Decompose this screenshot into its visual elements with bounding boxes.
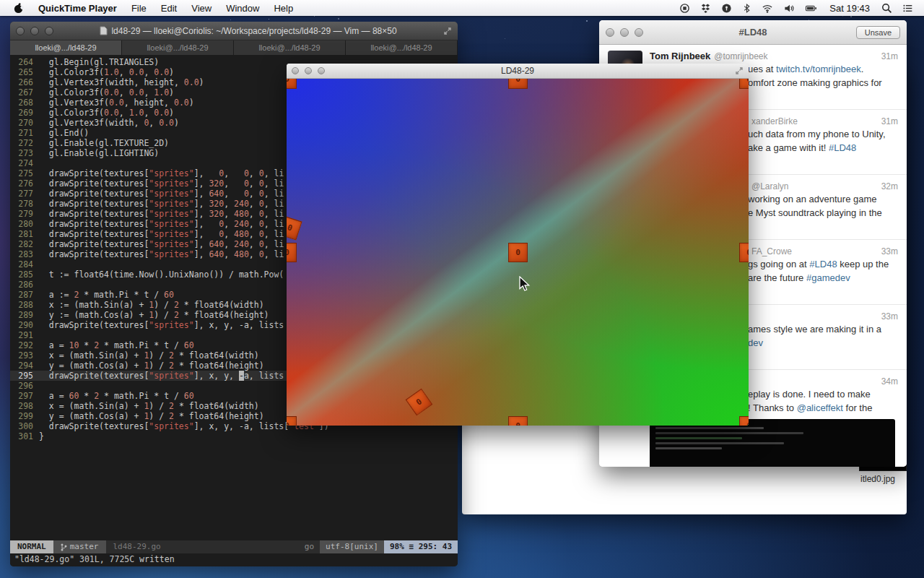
- tweet-link[interactable]: #LD48: [829, 142, 856, 153]
- menu-help[interactable]: Help: [266, 3, 300, 14]
- tweet-link[interactable]: @aliceffekt: [797, 402, 843, 413]
- code-line: 301}: [10, 431, 458, 441]
- menu-bar-clock[interactable]: Sat 19:43: [823, 3, 876, 14]
- code-text: y = (math.Cos(a) + 1) / 2 * float64(heig…: [39, 411, 264, 421]
- line-number: 285: [10, 269, 39, 280]
- keyhole-icon[interactable]: [716, 3, 737, 14]
- menu-bar-right: Sat 19:43: [674, 3, 918, 14]
- apple-menu[interactable]: [6, 2, 31, 14]
- terminal-tab-2[interactable]: lloeki@.../ld48-29: [122, 40, 234, 55]
- tweet-text: omfort zone making graphics for: [748, 77, 882, 88]
- vim-cursor: -: [239, 371, 244, 381]
- code-text: drawSprite(textures["sprites"], 0, 480, …: [39, 229, 284, 239]
- fullscreen-icon[interactable]: [735, 66, 744, 75]
- battery-icon[interactable]: [800, 3, 823, 14]
- vim-mode-indicator: NORMAL: [10, 540, 53, 553]
- twitter-titlebar[interactable]: #LD48 Unsave: [599, 20, 907, 45]
- tweet-author-handle[interactable]: @Laralyn: [751, 181, 789, 192]
- tweet-text: ames style we are making it in a: [748, 324, 881, 335]
- git-branch: master: [53, 540, 106, 553]
- game-sprite: 0: [739, 243, 749, 262]
- tweet-author-handle[interactable]: FA_Crowe: [751, 246, 792, 257]
- tweet-text: ues at: [748, 64, 776, 74]
- minimize-button[interactable]: [30, 27, 39, 35]
- tweet-link[interactable]: twitch.tv/tomrijnbeek: [776, 64, 861, 74]
- code-text: drawSprite(textures["sprites"], 640, 480…: [39, 249, 284, 259]
- menu-file[interactable]: File: [124, 3, 154, 14]
- game-canvas[interactable]: 00000000000: [287, 79, 749, 426]
- line-number: 286: [10, 280, 39, 290]
- document-icon: [100, 26, 108, 35]
- code-text: drawSprite(textures["sprites"], 320, 240…: [39, 199, 284, 209]
- wifi-icon[interactable]: [757, 3, 778, 14]
- tweet-link[interactable]: #LD48: [809, 259, 837, 269]
- tweet-text: for the: [843, 402, 872, 413]
- tweet-timestamp: 31m: [881, 51, 898, 62]
- volume-icon[interactable]: [778, 3, 800, 14]
- menu-window[interactable]: Window: [219, 3, 266, 14]
- code-text: a := 2 * math.Pi * t / 60: [39, 290, 174, 300]
- line-number: 295: [10, 371, 39, 381]
- tweet-author-name[interactable]: Tom Rijnbeek: [650, 51, 710, 62]
- close-button[interactable]: [606, 28, 614, 37]
- active-app-name[interactable]: QuickTime Player: [31, 3, 124, 14]
- bluetooth-icon[interactable]: [737, 3, 757, 14]
- apple-icon: [13, 2, 24, 14]
- terminal-tab-4[interactable]: lloeki@.../ld48-29: [346, 40, 458, 55]
- unsave-button[interactable]: Unsave: [856, 26, 900, 39]
- minimize-button[interactable]: [620, 28, 629, 37]
- image-caption: itled0.jpg: [860, 474, 905, 484]
- line-number: 275: [10, 168, 39, 178]
- zoom-button[interactable]: [45, 27, 53, 35]
- code-text: gl.Vertex3f(width, 0, 0.0): [39, 118, 179, 128]
- zoom-button[interactable]: [635, 28, 643, 37]
- fullscreen-icon[interactable]: [443, 27, 452, 35]
- vim-statusline: NORMAL master ld48-29.go go utf-8[unix] …: [10, 540, 458, 553]
- terminal-titlebar[interactable]: ld48-29 — lloeki@Coriolis: ~/Workspace/p…: [10, 22, 458, 40]
- notification-center-icon[interactable]: [897, 3, 918, 14]
- menu-bar: QuickTime Player FileEditViewWindowHelp …: [0, 0, 924, 16]
- line-number: 268: [10, 98, 39, 108]
- statusline-position: 98% ≡ 295: 43: [384, 540, 458, 553]
- window-controls[interactable]: [606, 28, 643, 37]
- line-number: 267: [10, 87, 39, 98]
- game-sprite: 0: [508, 416, 528, 426]
- code-text: x = (math.Sin(a) + 1) / 2 * float64(widt…: [39, 401, 259, 411]
- line-number: 284: [10, 259, 39, 269]
- window-controls[interactable]: [16, 27, 53, 35]
- terminal-title: ld48-29 — lloeki@Coriolis: ~/Workspace/p…: [53, 26, 443, 36]
- code-text: gl.Enable(gl.LIGHTING): [39, 148, 159, 158]
- tweet-text: ! Thanks to: [748, 402, 797, 413]
- spotlight-icon[interactable]: [876, 3, 897, 14]
- terminal-tab-1[interactable]: lloeki@.../ld48-29: [10, 40, 122, 55]
- record-icon[interactable]: [674, 3, 695, 14]
- code-text: drawSprite(textures["sprites"], x, y, -a…: [39, 421, 329, 431]
- line-number: 300: [10, 421, 39, 431]
- tweet-link[interactable]: dev: [748, 337, 763, 348]
- code-text: drawSprite(textures["sprites"], 640, 0, …: [39, 189, 284, 199]
- tweet-header: Tom Rijnbeek@tomrijnbeek31m: [650, 51, 898, 62]
- menu-edit[interactable]: Edit: [154, 3, 184, 14]
- mouse-cursor: [518, 276, 531, 292]
- dropbox-icon[interactable]: [695, 3, 716, 14]
- line-number: 270: [10, 118, 39, 128]
- code-text: gl.Begin(gl.TRIANGLES): [39, 57, 159, 67]
- game-window[interactable]: LD48-29 00000000000: [287, 64, 749, 426]
- game-sprite: 0: [508, 79, 528, 89]
- game-sprite: 0: [739, 416, 749, 426]
- line-number: 289: [10, 310, 39, 320]
- close-button[interactable]: [16, 27, 25, 35]
- tweet-author-handle[interactable]: xanderBirke: [751, 116, 798, 127]
- menu-view[interactable]: View: [184, 3, 219, 14]
- code-text: drawSprite(textures["sprites"], 0, 240, …: [39, 219, 284, 229]
- tweet-author-handle[interactable]: @tomrijnbeek: [714, 51, 767, 62]
- tweet-link[interactable]: #gamedev: [806, 272, 850, 283]
- code-text: gl.Vertex3f(width, height, 0.0): [39, 77, 204, 87]
- menu-items: FileEditViewWindowHelp: [124, 3, 300, 14]
- statusline-encoding: utf-8[unix]: [320, 540, 384, 553]
- tweet-media-image[interactable]: [650, 419, 895, 467]
- terminal-tab-3[interactable]: lloeki@.../ld48-29: [234, 40, 346, 55]
- line-number: 293: [10, 350, 39, 361]
- terminal-tabbar[interactable]: lloeki@.../ld48-29lloeki@.../ld48-29lloe…: [10, 40, 458, 55]
- game-titlebar[interactable]: LD48-29: [287, 64, 749, 79]
